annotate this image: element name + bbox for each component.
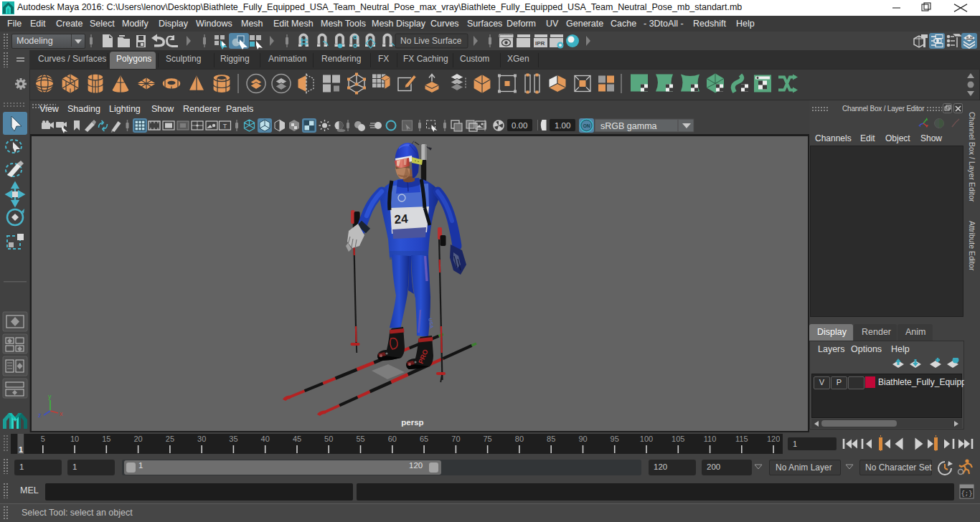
svg-text:85: 85	[547, 435, 555, 443]
svg-text:1: 1	[19, 445, 23, 454]
svg-text:50: 50	[324, 435, 333, 443]
svg-text:25: 25	[166, 435, 174, 443]
svg-text:24: 24	[394, 212, 409, 227]
svg-text:65: 65	[420, 435, 428, 443]
svg-text:100: 100	[640, 435, 653, 443]
svg-text:sRGB gamma: sRGB gamma	[600, 121, 657, 131]
svg-text:30: 30	[197, 435, 206, 443]
svg-text:1: 1	[793, 440, 797, 448]
svg-text:120: 120	[767, 435, 780, 443]
svg-text:90: 90	[578, 435, 587, 443]
svg-text:IPR: IPR	[535, 40, 545, 47]
svg-text:15: 15	[102, 435, 110, 443]
svg-text:75: 75	[483, 435, 491, 443]
svg-text:70: 70	[451, 435, 460, 443]
svg-text:0.00: 0.00	[512, 121, 527, 130]
svg-text:1.00: 1.00	[555, 121, 570, 130]
svg-text:y: y	[48, 393, 52, 400]
svg-text:persp: persp	[401, 418, 423, 427]
svg-text:10: 10	[70, 435, 79, 443]
svg-text:20: 20	[133, 435, 142, 443]
svg-text:No Live Surface: No Live Surface	[400, 36, 462, 46]
svg-text:55: 55	[356, 435, 364, 443]
svg-text:5: 5	[41, 435, 45, 443]
svg-text:115: 115	[735, 435, 748, 443]
svg-text:45: 45	[293, 435, 301, 443]
svg-text:{;}: {;}	[961, 490, 972, 498]
svg-text:105: 105	[672, 435, 684, 443]
svg-text:x: x	[60, 410, 63, 417]
svg-text:T: T	[223, 123, 227, 130]
svg-text:95: 95	[611, 435, 619, 443]
svg-text:40: 40	[261, 435, 270, 443]
svg-text:z: z	[38, 412, 42, 419]
svg-text:110: 110	[704, 435, 717, 443]
svg-text:80: 80	[515, 435, 524, 443]
svg-text:60: 60	[388, 435, 397, 443]
svg-text:35: 35	[229, 435, 237, 443]
svg-text:ON: ON	[583, 123, 590, 128]
